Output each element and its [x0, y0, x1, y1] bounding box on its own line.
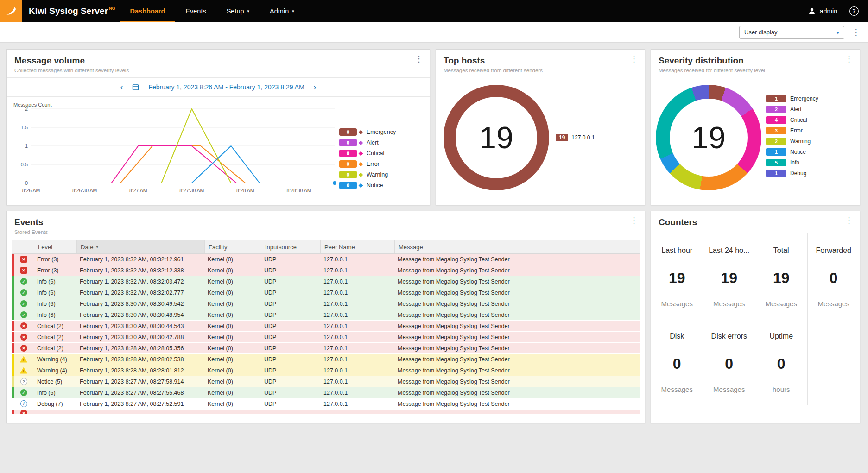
card-kebab-menu[interactable]: ⋮: [845, 216, 853, 225]
legend-item-warning[interactable]: 2Warning: [766, 138, 818, 145]
message-cell: Message from Megalog Syslog Test Sender: [394, 267, 640, 274]
legend-item-notice[interactable]: 1Notice: [766, 148, 818, 156]
column-header-label: Message: [399, 244, 423, 251]
facility-cell: Kernel (0): [204, 378, 260, 385]
date-cell: February 1, 2023 8:32 AM, 08:32:02.777: [76, 290, 204, 296]
legend-item-emergency[interactable]: 0Emergency: [339, 128, 427, 136]
table-row[interactable]: ✓Info (6)February 1, 2023 8:27 AM, 08:27…: [12, 387, 640, 398]
prev-range-button[interactable]: ‹: [120, 83, 123, 91]
table-row[interactable]: ?Notice (5)February 1, 2023 8:27 AM, 08:…: [12, 376, 640, 387]
card-title: Severity distribution: [659, 56, 852, 66]
legend-item-info[interactable]: 5Info: [766, 159, 818, 166]
counters-header: Counters: [651, 211, 860, 232]
legend-item-error[interactable]: 0Error: [339, 160, 427, 168]
legend-item-emergency[interactable]: 1Emergency: [766, 95, 818, 102]
inputsource-cell: UDP: [260, 290, 320, 296]
message-cell: Message from Megalog Syslog Test Sender: [394, 390, 640, 396]
peer-name-cell: 127.0.0.1: [320, 378, 394, 385]
user-menu[interactable]: admin: [808, 7, 837, 15]
notice-icon: ?: [20, 378, 27, 385]
inputsource-cell: UDP: [260, 345, 320, 352]
counters-grid: Last hour19MessagesLast 24 ho...19Messag…: [651, 233, 860, 405]
critical-icon: ✕: [20, 345, 27, 352]
counter-unit: Messages: [651, 300, 703, 308]
app-logo[interactable]: [0, 0, 22, 22]
column-header-message[interactable]: Message: [394, 240, 640, 253]
column-header-label: Date: [81, 244, 93, 251]
table-row[interactable]: iDebug (7)February 1, 2023 8:27 AM, 08:2…: [12, 398, 640, 410]
severity-donut[interactable]: 19: [656, 85, 761, 190]
message-cell: Message from Megalog Syslog Test Sender: [394, 334, 640, 341]
column-header-level[interactable]: Level: [34, 240, 76, 253]
level-cell: Critical (2): [33, 323, 76, 329]
date-cell: February 1, 2023 8:30 AM, 08:30:44.543: [76, 323, 204, 329]
nav-item-admin[interactable]: Admin▾: [260, 0, 304, 22]
card-kebab-menu[interactable]: ⋮: [630, 216, 638, 225]
sort-caret-icon: ▾: [96, 245, 98, 249]
date-cell: February 1, 2023 8:27 AM, 08:27:55.468: [76, 390, 204, 396]
nav-item-events[interactable]: Events: [175, 0, 216, 22]
table-row[interactable]: ✕Error (3)February 1, 2023 8:32 AM, 08:3…: [12, 254, 640, 265]
counter-last-24-ho-: Last 24 ho...19Messages: [703, 233, 756, 319]
nav-item-dashboard[interactable]: Dashboard: [120, 0, 176, 22]
column-header-facility[interactable]: Facility: [204, 240, 261, 253]
table-row[interactable]: ✓Info (6)February 1, 2023 8:30 AM, 08:30…: [12, 298, 640, 309]
series-marker-icon: [359, 140, 363, 145]
help-button[interactable]: ?: [849, 6, 859, 16]
facility-cell: Kernel (0): [204, 367, 260, 374]
table-row[interactable]: ✓Info (6)February 1, 2023 8:30 AM, 08:30…: [12, 309, 640, 321]
table-row[interactable]: ✕Critical (2)February 1, 2023 8:28 AM, 0…: [12, 343, 640, 354]
toolbar-kebab-menu[interactable]: ⋮: [852, 28, 861, 37]
date-range-label[interactable]: February 1, 2023 8:26 AM - February 1, 2…: [148, 83, 304, 91]
peer-name-cell: 127.0.0.1: [320, 267, 394, 274]
legend-item-error[interactable]: 3Error: [766, 127, 818, 134]
legend-item-debug[interactable]: 1Debug: [766, 170, 818, 177]
top-hosts-donut[interactable]: 19: [444, 85, 549, 190]
legend-item-critical[interactable]: 0Critical: [339, 150, 427, 157]
severity-icon-cell: !: [14, 367, 33, 374]
user-display-select[interactable]: User display ▾: [739, 26, 844, 39]
legend-count-badge: 0: [339, 150, 357, 157]
table-row[interactable]: ✕Critical (2)February 1, 2023 8:30 AM, 0…: [12, 321, 640, 332]
topbar: Kiwi Syslog ServerNG DashboardEventsSetu…: [0, 0, 868, 22]
level-cell: Info (6): [33, 278, 76, 285]
table-row[interactable]: ✕Error (3)February 1, 2023 8:32 AM, 08:3…: [12, 265, 640, 276]
message-cell: Message from Megalog Syslog Test Sender: [394, 401, 640, 407]
counter-value: 19: [703, 270, 755, 287]
peer-name-cell: 127.0.0.1: [320, 323, 394, 329]
host-legend-item[interactable]: 19 127.0.0.1: [556, 134, 595, 141]
card-kebab-menu[interactable]: ⋮: [415, 55, 423, 63]
counter-value: 0: [808, 270, 860, 287]
legend-item-alert[interactable]: 0Alert: [339, 139, 427, 146]
counter-value: 19: [755, 270, 807, 287]
inputsource-cell: UDP: [260, 401, 320, 407]
nav-item-setup[interactable]: Setup▾: [216, 0, 260, 22]
column-header-inputsource[interactable]: Inputsource: [261, 240, 320, 253]
legend-label: Notice: [790, 149, 806, 155]
table-row[interactable]: ✕Critical (2)February 1, 2023 8:30 AM, 0…: [12, 332, 640, 343]
table-row[interactable]: ✓Info (6)February 1, 2023 8:32 AM, 08:32…: [12, 276, 640, 287]
card-kebab-menu[interactable]: ⋮: [630, 55, 638, 63]
card-title: Events: [14, 217, 637, 227]
nav-item-label: Dashboard: [130, 7, 165, 15]
table-row[interactable]: ✓Info (6)February 1, 2023 8:32 AM, 08:32…: [12, 287, 640, 298]
table-row-partial[interactable]: ✕: [12, 410, 640, 414]
facility-cell: Kernel (0): [204, 345, 260, 352]
table-row[interactable]: !Warning (4)February 1, 2023 8:28 AM, 08…: [12, 354, 640, 365]
peer-name-cell: 127.0.0.1: [320, 356, 394, 363]
topbar-right: admin ?: [808, 6, 868, 16]
column-header-date[interactable]: Date▾: [76, 240, 204, 253]
column-header-peer-name[interactable]: Peer Name: [320, 240, 394, 253]
legend-item-critical[interactable]: 4Critical: [766, 116, 818, 124]
severity-icon-cell: ✕: [14, 345, 33, 352]
card-kebab-menu[interactable]: ⋮: [845, 55, 853, 63]
legend-item-warning[interactable]: 0Warning: [339, 171, 427, 178]
table-row[interactable]: !Warning (4)February 1, 2023 8:28 AM, 08…: [12, 365, 640, 376]
next-range-button[interactable]: ›: [314, 83, 317, 91]
svg-text:8:26:30 AM: 8:26:30 AM: [72, 188, 97, 193]
user-name: admin: [820, 7, 837, 15]
peer-name-cell: 127.0.0.1: [320, 301, 394, 307]
legend-item-notice[interactable]: 0Notice: [339, 182, 427, 189]
legend-item-alert[interactable]: 2Alert: [766, 106, 818, 113]
date-cell: February 1, 2023 8:28 AM, 08:28:05.356: [76, 345, 204, 352]
